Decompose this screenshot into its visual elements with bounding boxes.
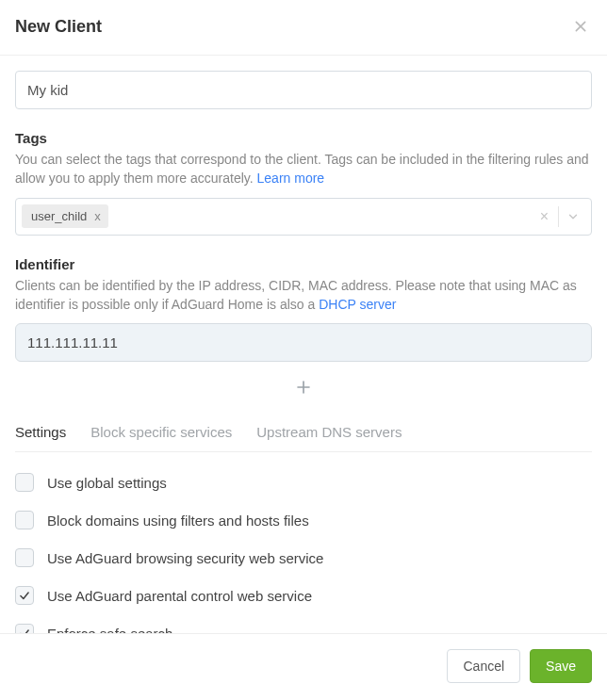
tag-remove-icon[interactable]: x [94, 209, 101, 223]
tags-select[interactable]: user_child x × [15, 198, 592, 236]
checkbox-block-domains[interactable] [15, 511, 34, 529]
tab-upstream-dns[interactable]: Upstream DNS servers [256, 424, 402, 451]
tags-clear-button[interactable]: × [533, 209, 556, 224]
tags-dropdown-toggle[interactable] [563, 210, 585, 223]
tags-label: Tags [15, 130, 592, 146]
client-name-input[interactable] [15, 71, 592, 109]
tab-block-services[interactable]: Block specific services [90, 424, 232, 451]
checkbox-browsing-security[interactable] [15, 548, 34, 567]
option-use-global-settings: Use global settings [15, 473, 592, 492]
option-label: Enforce safe search [47, 626, 172, 633]
add-identifier-row [15, 375, 592, 399]
check-icon [18, 589, 31, 602]
modal-footer: Cancel Save [0, 633, 607, 700]
option-label: Use AdGuard browsing security web servic… [47, 550, 323, 566]
close-icon: × [540, 208, 549, 224]
modal-title: New Client [15, 17, 102, 37]
modal-header: New Client [0, 0, 607, 56]
option-enforce-safe-search: Enforce safe search [15, 624, 592, 633]
plus-icon [295, 379, 312, 396]
checkbox-enforce-safe-search[interactable] [15, 624, 34, 633]
option-label: Use global settings [47, 475, 167, 491]
modal-body: Tags You can select the tags that corres… [0, 56, 607, 633]
option-label: Block domains using filters and hosts fi… [47, 513, 309, 529]
option-block-domains: Block domains using filters and hosts fi… [15, 511, 592, 529]
settings-tabs: Settings Block specific services Upstrea… [15, 424, 592, 452]
identifier-description: Clients can be identified by the IP addr… [15, 276, 592, 315]
check-icon [18, 627, 31, 633]
identifier-label: Identifier [15, 256, 592, 272]
checkbox-use-global-settings[interactable] [15, 473, 34, 492]
tag-pill-label: user_child [31, 209, 87, 223]
tags-learn-more-link[interactable]: Learn more [257, 171, 325, 186]
tab-settings[interactable]: Settings [15, 424, 66, 451]
chevron-down-icon [566, 210, 580, 223]
option-label: Use AdGuard parental control web service [47, 588, 312, 604]
option-browsing-security: Use AdGuard browsing security web servic… [15, 548, 592, 567]
tags-separator [558, 206, 559, 227]
save-button[interactable]: Save [530, 649, 592, 683]
dhcp-server-link[interactable]: DHCP server [319, 297, 396, 312]
add-identifier-button[interactable] [291, 375, 316, 399]
settings-options: Use global settings Block domains using … [15, 473, 592, 633]
cancel-button[interactable]: Cancel [447, 649, 520, 683]
identifier-description-text: Clients can be identified by the IP addr… [15, 278, 577, 312]
identifier-input[interactable] [15, 323, 592, 362]
modal-close-button[interactable] [569, 15, 592, 38]
tags-description: You can select the tags that correspond … [15, 150, 592, 188]
checkbox-parental-control[interactable] [15, 586, 34, 605]
close-icon [573, 19, 588, 34]
option-parental-control: Use AdGuard parental control web service [15, 586, 592, 605]
new-client-modal: New Client Tags You can select the tags … [0, 0, 607, 700]
tag-pill: user_child x [22, 204, 108, 228]
